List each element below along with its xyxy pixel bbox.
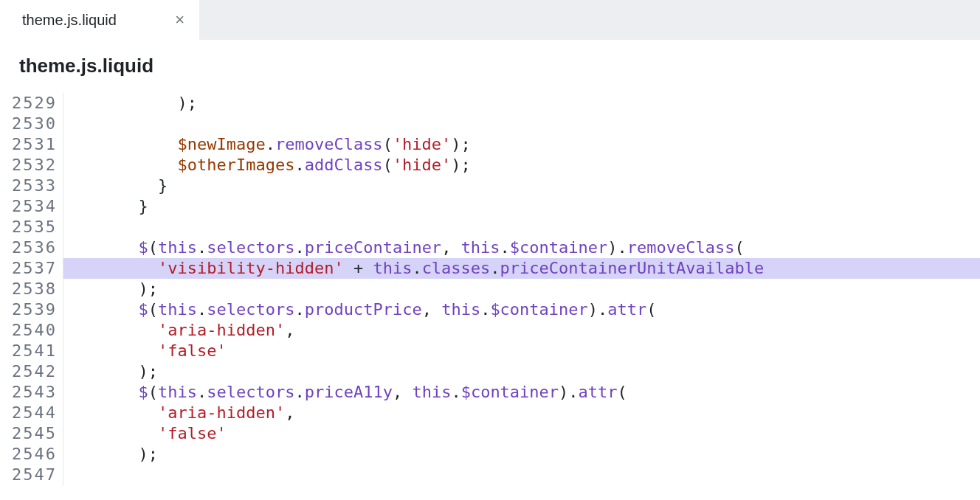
line-number: 2546	[0, 444, 57, 465]
line-number: 2545	[0, 423, 57, 444]
code-line[interactable]: $(this.selectors.priceContainer, this.$c…	[80, 237, 980, 258]
line-number: 2542	[0, 361, 57, 382]
line-number: 2536	[0, 237, 57, 258]
close-icon[interactable]: ×	[175, 10, 184, 29]
line-number: 2532	[0, 155, 57, 176]
code-line[interactable]	[80, 114, 980, 134]
code-line[interactable]: 'aria-hidden',	[80, 320, 980, 341]
tab-bar: theme.js.liquid ×	[0, 0, 980, 40]
line-number: 2543	[0, 382, 57, 403]
code-line[interactable]: $(this.selectors.priceA11y, this.$contai…	[80, 382, 980, 403]
line-number: 2540	[0, 320, 57, 341]
tab-filename: theme.js.liquid	[22, 12, 117, 29]
line-number: 2541	[0, 341, 57, 361]
line-number: 2544	[0, 403, 57, 423]
code-line[interactable]: 'visibility-hidden' + this.classes.price…	[63, 258, 980, 279]
line-number: 2538	[0, 279, 57, 299]
line-number: 2530	[0, 114, 57, 134]
code-line[interactable]: );	[80, 93, 980, 114]
code-line[interactable]: );	[80, 279, 980, 299]
code-area[interactable]: ); $newImage.removeClass('hide'); $other…	[63, 93, 980, 485]
code-line[interactable]: $otherImages.addClass('hide');	[80, 155, 980, 176]
line-number: 2533	[0, 176, 57, 196]
code-line[interactable]: 'aria-hidden',	[80, 403, 980, 423]
code-line[interactable]: $newImage.removeClass('hide');	[80, 134, 980, 155]
code-line[interactable]: }	[80, 196, 980, 217]
code-line[interactable]: 'false'	[80, 341, 980, 361]
line-number: 2535	[0, 217, 57, 237]
file-header: theme.js.liquid	[0, 40, 980, 93]
line-number: 2534	[0, 196, 57, 217]
code-line[interactable]: 'false'	[80, 423, 980, 444]
code-line[interactable]: }	[80, 176, 980, 196]
code-line[interactable]	[80, 217, 980, 237]
line-number: 2539	[0, 299, 57, 320]
tab-bar-empty	[199, 0, 980, 40]
line-number: 2529	[0, 93, 57, 114]
line-number-gutter: 2529253025312532253325342535253625372538…	[0, 93, 63, 485]
file-title: theme.js.liquid	[19, 55, 153, 77]
line-number: 2531	[0, 134, 57, 155]
tab-active[interactable]: theme.js.liquid ×	[0, 0, 199, 40]
line-number: 2547	[0, 465, 57, 485]
code-editor[interactable]: 2529253025312532253325342535253625372538…	[0, 93, 980, 485]
code-line[interactable]: );	[80, 444, 980, 465]
code-line[interactable]	[80, 465, 980, 485]
code-line[interactable]: $(this.selectors.productPrice, this.$con…	[80, 299, 980, 320]
code-line[interactable]: );	[80, 361, 980, 382]
line-number: 2537	[0, 258, 57, 279]
